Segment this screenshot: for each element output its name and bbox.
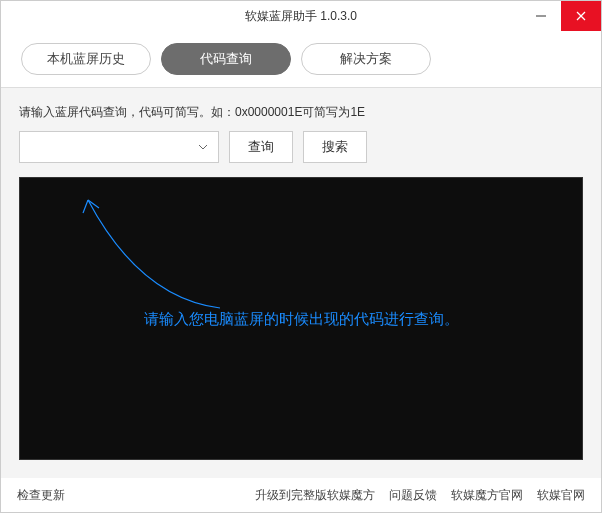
ruanmei-site-link[interactable]: 软媒官网 xyxy=(537,487,585,504)
code-combobox[interactable] xyxy=(19,131,219,163)
minimize-button[interactable] xyxy=(521,1,561,31)
app-window: 软媒蓝屏助手 1.0.3.0 本机蓝屏历史 代码查询 解决方案 请输入蓝屏代码查… xyxy=(0,0,602,513)
minimize-icon xyxy=(535,10,547,22)
titlebar: 软媒蓝屏助手 1.0.3.0 xyxy=(1,1,601,31)
close-icon xyxy=(575,10,587,22)
tab-solution[interactable]: 解决方案 xyxy=(301,43,431,75)
tab-code-query[interactable]: 代码查询 xyxy=(161,43,291,75)
tab-bar: 本机蓝屏历史 代码查询 解决方案 xyxy=(1,31,601,87)
query-button[interactable]: 查询 xyxy=(229,131,293,163)
feedback-link[interactable]: 问题反馈 xyxy=(389,487,437,504)
close-button[interactable] xyxy=(561,1,601,31)
upgrade-link[interactable]: 升级到完整版软媒魔方 xyxy=(255,487,375,504)
search-button[interactable]: 搜索 xyxy=(303,131,367,163)
footer: 检查更新 升级到完整版软媒魔方 问题反馈 软媒魔方官网 软媒官网 xyxy=(1,478,601,512)
content-area: 请输入蓝屏代码查询，代码可简写。如：0x0000001E可简写为1E 查询 搜索… xyxy=(1,87,601,478)
controls-row: 查询 搜索 xyxy=(19,131,583,163)
display-prompt: 请输入您电脑蓝屏的时候出现的代码进行查询。 xyxy=(144,309,459,328)
input-hint: 请输入蓝屏代码查询，代码可简写。如：0x0000001E可简写为1E xyxy=(19,104,583,121)
window-title: 软媒蓝屏助手 1.0.3.0 xyxy=(245,8,357,25)
check-update-link[interactable]: 检查更新 xyxy=(17,487,65,504)
footer-links: 升级到完整版软媒魔方 问题反馈 软媒魔方官网 软媒官网 xyxy=(255,487,585,504)
chevron-down-icon xyxy=(198,144,208,150)
result-display: 请输入您电脑蓝屏的时候出现的代码进行查询。 xyxy=(19,177,583,460)
window-controls xyxy=(521,1,601,31)
pointer-arrow-icon xyxy=(20,178,240,328)
tab-history[interactable]: 本机蓝屏历史 xyxy=(21,43,151,75)
mofang-site-link[interactable]: 软媒魔方官网 xyxy=(451,487,523,504)
